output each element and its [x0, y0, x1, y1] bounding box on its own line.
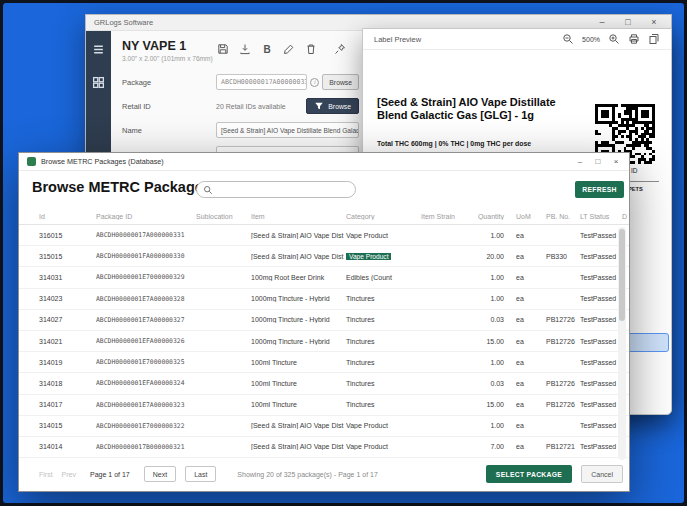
retail-id-status: 20 Retail IDs available [216, 103, 286, 110]
cell-lt_status: TestPassed [580, 380, 622, 387]
cell-category: Vape Product [346, 422, 421, 429]
dialog-close-icon[interactable]: × [607, 153, 625, 170]
zoom-out-icon[interactable] [562, 33, 574, 45]
column-header-id: Id [39, 213, 96, 220]
cell-package_id: ABCDH0000001E7000000322 [96, 422, 196, 430]
cell-quantity: 15.00 [471, 401, 516, 408]
next-page-button[interactable]: Next [144, 466, 176, 482]
cell-category: Vape Product [346, 232, 421, 239]
cell-item: [Seed & Strain] AIO Vape Dist [251, 443, 346, 450]
package-browse-button[interactable]: Browse [322, 74, 359, 90]
pin-icon[interactable] [333, 42, 346, 55]
category-chip: Vape Product [346, 253, 391, 260]
name-input[interactable]: [Seed & Strain] AIO Vape Distillate Blen… [216, 122, 359, 138]
column-header-lt_status: LT Status [580, 213, 622, 220]
table-row[interactable]: 314017ABCDH0000001E7A00000323100ml Tinct… [19, 395, 629, 416]
cell-uom: ea [516, 338, 546, 345]
cell-uom: ea [516, 253, 546, 260]
cell-id: 314031 [39, 274, 96, 281]
table-row[interactable]: 314018ABCDH0000001EFA00000324100ml Tinct… [19, 373, 629, 394]
cell-category: Tinctures [346, 338, 421, 345]
cell-id: 315015 [39, 253, 96, 260]
cell-lt_status: TestPassed [580, 253, 622, 260]
cell-uom: ea [516, 274, 546, 281]
cell-package_id: ABCDH0000001EFA00000326 [96, 337, 196, 345]
scrollbar-thumb[interactable] [619, 229, 625, 321]
table-row[interactable]: 314015ABCDH0000001E7000000322[Seed & Str… [19, 416, 629, 437]
cell-quantity: 1.00 [471, 422, 516, 429]
cell-uom: ea [516, 401, 546, 408]
cell-lt_status: TestPassed [580, 401, 622, 408]
cell-package_id: ABCDH00000017B000000321 [96, 443, 196, 451]
table-row[interactable]: 314023ABCDH0000001E7A000003281000mg Tinc… [19, 289, 629, 310]
cell-id: 314014 [39, 443, 96, 450]
select-package-button[interactable]: SELECT PACKAGE [486, 465, 572, 483]
first-page-button[interactable]: First [39, 471, 53, 478]
table-scrollbar[interactable] [618, 227, 626, 460]
retail-id-browse-button[interactable]: Browse [306, 98, 359, 114]
cell-item: 100ml Tincture [251, 380, 346, 387]
cell-package_id: ABCDH0000001E7A00000328 [96, 295, 196, 303]
cell-id: 314027 [39, 316, 96, 323]
search-input[interactable] [217, 186, 349, 193]
table-row[interactable]: 314014ABCDH00000017B000000321[Seed & Str… [19, 437, 629, 458]
cell-item: 100mg Root Beer Drink [251, 274, 346, 281]
name-field-label: Name [122, 126, 216, 135]
cell-category: Tinctures [346, 295, 421, 302]
cell-lt_status: TestPassed [580, 422, 622, 429]
table-row[interactable]: 314021ABCDH0000001EFA000003261000mg Tinc… [19, 331, 629, 352]
print-icon[interactable] [628, 33, 640, 45]
table-row[interactable]: 316015ABCDH00000017A000000331[Seed & Str… [19, 225, 629, 246]
cell-quantity: 15.00 [471, 338, 516, 345]
cell-item: 1000mg Tincture - Hybrid [251, 338, 346, 345]
browse-packages-dialog: Browse METRC Packages (Database) – □ × B… [18, 152, 630, 492]
copy-icon[interactable] [648, 33, 660, 45]
edit-icon[interactable] [282, 42, 295, 55]
label-product-title: [Seed & Strain] AIO Vape Distillate Blen… [377, 96, 583, 122]
table-row[interactable]: 314019ABCDH0000001E7000000325100ml Tinct… [19, 352, 629, 373]
page-title: NY VAPE 1 [122, 39, 216, 53]
table-row[interactable]: 315015ABCDH0000001FA000000330[Seed & Str… [19, 246, 629, 267]
hamburger-menu-icon[interactable] [92, 43, 105, 56]
retail-id-row: Retail ID 20 Retail IDs available Browse [122, 98, 359, 114]
modules-grid-icon[interactable] [92, 76, 105, 89]
dialog-header: Browse METRC Packages (DB) REFRESH [19, 171, 629, 207]
label-thc-line: Total THC 600mg | 0% THC | 0mg THC per d… [377, 140, 531, 147]
table-row[interactable]: 314027ABCDH0000001E7A000003271000mg Tinc… [19, 310, 629, 331]
cell-uom: ea [516, 232, 546, 239]
cell-item: 100ml Tincture [251, 401, 346, 408]
label-preview-titlebar: Label Preview 500% [363, 29, 671, 50]
cell-category: Edibles (Count [346, 274, 421, 281]
package-input[interactable]: ABCDH00000017A000000331 [216, 74, 307, 90]
retail-id-browse-label: Browse [328, 103, 351, 110]
cell-item: [Seed & Strain] AIO Vape Dist [251, 422, 346, 429]
save-icon[interactable] [216, 42, 229, 55]
cell-category: Tinctures [346, 316, 421, 323]
title-block: NY VAPE 1 3.00" x 2.00" (101mm x 76mm) [122, 39, 216, 62]
cancel-button[interactable]: Cancel [581, 465, 623, 483]
partially-hidden-button[interactable] [627, 333, 669, 352]
search-box[interactable] [196, 181, 356, 198]
prev-page-button[interactable]: Prev [62, 471, 76, 478]
cell-lt_status: TestPassed [580, 338, 622, 345]
cell-lt_status: TestPassed [580, 359, 622, 366]
download-icon[interactable] [238, 42, 251, 55]
table-header: IdPackage IDSublocationItemCategoryItem … [19, 209, 629, 225]
cell-category: Tinctures [346, 380, 421, 387]
zoom-in-icon[interactable] [608, 33, 620, 45]
dialog-minimize-icon[interactable]: – [571, 153, 589, 170]
column-header-sublocation: Sublocation [196, 213, 251, 220]
cell-id: 314019 [39, 359, 96, 366]
last-page-button[interactable]: Last [185, 466, 216, 482]
cell-pb_no: PB12726 [546, 401, 580, 408]
cell-package_id: ABCDH0000001EFA00000324 [96, 379, 196, 387]
cell-package_id: ABCDH0000001E7A00000327 [96, 316, 196, 324]
cell-uom: ea [516, 443, 546, 450]
delete-icon[interactable] [304, 42, 317, 55]
dialog-maximize-icon[interactable]: □ [589, 153, 607, 170]
column-header-item_strain: Item Strain [421, 213, 471, 220]
table-row[interactable]: 314031ABCDH0000001E7000000329100mg Root … [19, 267, 629, 288]
refresh-button[interactable]: REFRESH [575, 181, 624, 198]
cell-package_id: ABCDH0000001E7A00000323 [96, 401, 196, 409]
bold-icon[interactable]: B [260, 42, 273, 55]
